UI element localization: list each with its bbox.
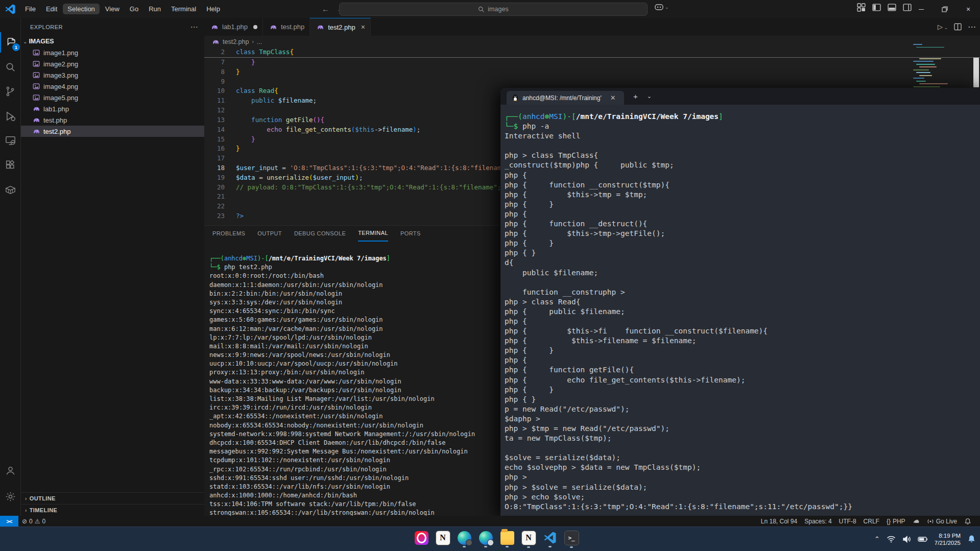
encoding[interactable]: UTF-8 <box>835 516 860 527</box>
language-mode[interactable]: {}PHP <box>883 516 909 527</box>
terminal-window-titlebar[interactable]: anhcd@MSI: /mnt/e/Training' ✕ + ⌄ <box>500 88 980 105</box>
section-outline[interactable]: ›OUTLINE <box>21 492 204 504</box>
extensions-icon[interactable] <box>0 155 20 175</box>
toggle-panel-icon[interactable] <box>888 3 896 12</box>
indentation[interactable]: Spaces: 4 <box>801 516 835 527</box>
edge-browser-2-icon[interactable] <box>478 531 493 547</box>
vscode-taskbar-icon[interactable] <box>542 531 558 547</box>
file-row-image3.png[interactable]: image3.png <box>21 69 204 81</box>
search-view-icon[interactable] <box>0 57 20 77</box>
terminal-window-line: php { <box>505 317 980 326</box>
tab-dropdown-button[interactable]: ⌄ <box>647 93 652 100</box>
account-icon[interactable] <box>0 460 20 481</box>
containers-icon[interactable] <box>0 179 20 200</box>
command-center-search[interactable]: images <box>339 3 648 16</box>
terminal-app-icon[interactable]: >_ <box>564 531 579 548</box>
code-line-7[interactable]: 7 } <box>204 58 980 67</box>
activity-bar: 1 <box>0 18 21 516</box>
notion-icon[interactable]: N <box>435 531 450 548</box>
terminal-window-line: php { function __destruct(){ <box>505 219 980 229</box>
terminal-tab[interactable]: anhcd@MSI: /mnt/e/Training' ✕ <box>507 91 624 105</box>
panel-tab-output[interactable]: OUTPUT <box>257 226 282 242</box>
remote-explorer-icon[interactable] <box>0 130 20 151</box>
terminal-tab-close-icon[interactable]: ✕ <box>610 94 616 102</box>
tab-test.php[interactable]: test.php <box>263 18 310 36</box>
file-explorer-icon[interactable] <box>499 531 515 547</box>
back-button[interactable]: ← <box>322 5 329 13</box>
more-actions-button[interactable]: ⋯ <box>968 22 976 32</box>
file-row-test2.php[interactable]: test2.php <box>21 126 204 137</box>
copilot-button[interactable]: ⌄ <box>655 4 669 10</box>
terminal-window-line: php > class TmpClass{ <box>505 151 980 160</box>
tab-test2.php[interactable]: test2.php× <box>310 18 371 36</box>
file-row-image1.png[interactable]: image1.png <box>21 47 204 58</box>
menu-run[interactable]: Run <box>144 4 165 14</box>
eol-sequence[interactable]: CRLF <box>860 516 883 527</box>
hedgehog-extension-icon[interactable] <box>909 516 923 527</box>
new-tab-button[interactable]: + <box>633 92 638 101</box>
taskbar-clock[interactable]: 8:19 PM 7/21/2025 <box>935 532 961 546</box>
run-debug-icon[interactable] <box>0 106 20 126</box>
file-row-image5.png[interactable]: image5.png <box>21 92 204 103</box>
terminal-window-line: public $filename; <box>505 268 980 278</box>
terminal-window[interactable]: anhcd@MSI: /mnt/e/Training' ✕ + ⌄ ┌──(an… <box>500 88 980 516</box>
menu-go[interactable]: Go <box>125 4 143 14</box>
sticky-scroll-line[interactable]: 2class TmpClass{ <box>204 47 980 58</box>
cursor-position[interactable]: Ln 18, Col 94 <box>757 516 801 527</box>
menu-terminal[interactable]: Terminal <box>166 4 201 14</box>
code-line-9[interactable]: 9 <box>204 77 980 87</box>
battery-icon[interactable] <box>918 536 928 542</box>
start-button[interactable] <box>392 531 408 547</box>
terminal-window-line: php { $this->filename = $filename; <box>505 336 980 346</box>
close-tab-icon: × <box>361 23 365 31</box>
warnings-icon: ⚠ <box>35 518 40 525</box>
panel-tab-ports[interactable]: PORTS <box>400 226 421 242</box>
run-button[interactable]: ▷ ⌄ <box>938 23 948 31</box>
settings-gear-icon[interactable] <box>0 486 20 507</box>
explorer-actions-button[interactable]: ⋯ <box>190 22 199 32</box>
opera-gx-icon[interactable] <box>414 531 429 547</box>
menu-file[interactable]: File <box>20 4 40 14</box>
edge-browser-icon[interactable] <box>457 531 472 547</box>
close-button[interactable]: × <box>957 0 980 18</box>
folder-row-images[interactable]: ⌄ IMAGES <box>21 36 204 47</box>
tab-lab1.php[interactable]: lab1.php <box>204 18 263 36</box>
panel-tab-debug-console[interactable]: DEBUG CONSOLE <box>294 226 346 242</box>
panel-tab-terminal[interactable]: TERMINAL <box>358 225 388 242</box>
scrollbar-slider[interactable] <box>973 55 979 87</box>
breadcrumb[interactable]: test2.php › ... <box>204 36 980 47</box>
tray-expand-icon[interactable]: ⌃ <box>874 535 880 543</box>
terminal-window-line: p = new Read("/etc/passwd"); <box>505 404 980 414</box>
split-editor-icon[interactable] <box>954 23 962 31</box>
source-control-icon[interactable] <box>0 81 20 102</box>
go-live-button[interactable]: Go Live <box>923 516 961 527</box>
notion-2-icon[interactable]: N <box>521 531 536 548</box>
terminal-window-line <box>505 141 980 151</box>
menu-edit[interactable]: Edit <box>41 4 62 14</box>
menu-selection[interactable]: Selection <box>63 4 99 14</box>
restore-button[interactable] <box>933 0 957 18</box>
file-row-image2.png[interactable]: image2.png <box>21 58 204 69</box>
explorer-icon[interactable]: 1 <box>0 32 21 53</box>
remote-indicator[interactable]: >< <box>0 516 18 527</box>
notifications-bell-icon[interactable] <box>961 516 975 527</box>
menu-view[interactable]: View <box>101 4 124 14</box>
file-row-image4.png[interactable]: image4.png <box>21 81 204 92</box>
minimize-button[interactable]: ─ <box>910 0 933 18</box>
problems-status[interactable]: ⊘0 ⚠0 <box>18 516 49 527</box>
file-row-lab1.php[interactable]: lab1.php <box>21 103 204 114</box>
errors-icon: ⊘ <box>22 518 27 525</box>
code-line-8[interactable]: 8} <box>204 67 980 77</box>
terminal-window-content[interactable]: ┌──(anhcd⊛MSI)-[/mnt/e/TrainingVCI/Week … <box>500 105 980 516</box>
menu-help[interactable]: Help <box>202 4 225 14</box>
notification-bell-icon[interactable] <box>967 535 976 543</box>
toggle-sidebar-icon[interactable] <box>872 3 881 12</box>
customize-layout-icon[interactable] <box>857 3 866 12</box>
terminal-window-line: ┌──(anhcd⊛MSI)-[/mnt/e/TrainingVCI/Week … <box>505 112 980 122</box>
panel-tab-problems[interactable]: PROBLEMS <box>212 226 245 242</box>
file-row-test.php[interactable]: test.php <box>21 114 204 126</box>
explorer-title: EXPLORER <box>30 24 63 30</box>
wifi-icon[interactable] <box>887 536 896 543</box>
volume-icon[interactable] <box>902 536 911 543</box>
section-timeline[interactable]: ›TIMELINE <box>21 504 204 516</box>
